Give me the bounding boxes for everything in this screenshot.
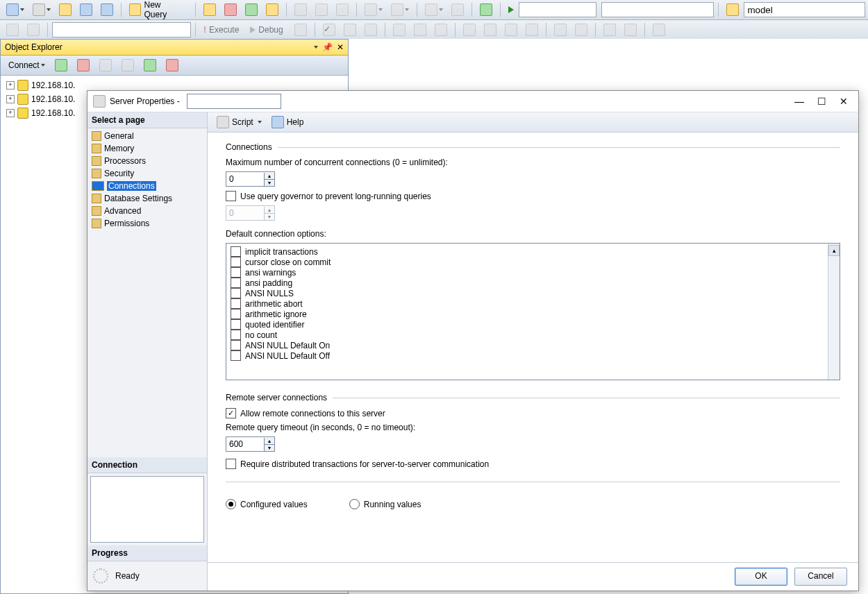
page-item-general[interactable]: General	[90, 130, 204, 142]
tb-doc1[interactable]	[200, 0, 219, 19]
page-item-database-settings[interactable]: Database Settings	[90, 192, 204, 205]
option-checkbox[interactable]	[231, 340, 241, 350]
expander-icon[interactable]: +	[6, 109, 15, 117]
option-checkbox[interactable]	[231, 278, 241, 288]
option-checkbox[interactable]	[231, 350, 241, 361]
listbox-scrollbar[interactable]: ▴	[828, 244, 840, 380]
option-row[interactable]: quoted identifier	[231, 319, 835, 330]
page-item-memory[interactable]: Memory	[90, 142, 204, 155]
minimize-button[interactable]: —	[790, 94, 808, 109]
config-combo[interactable]	[601, 2, 714, 17]
allow-remote-checkbox[interactable]: ✓	[226, 408, 236, 418]
option-row[interactable]: ANSI NULL Default Off	[231, 350, 835, 361]
redo-icon[interactable]	[387, 0, 412, 19]
default-options-listbox[interactable]: implicit transactionscursor close on com…	[226, 243, 840, 380]
option-checkbox[interactable]	[231, 246, 241, 257]
uncomment-icon[interactable]	[481, 20, 500, 40]
option-checkbox[interactable]	[231, 309, 241, 319]
option-checkbox[interactable]	[231, 288, 241, 298]
option-row[interactable]: ANSI NULL Default On	[231, 340, 835, 350]
tb2-b[interactable]	[361, 20, 381, 40]
server-name-input[interactable]	[187, 94, 281, 109]
tb2-1[interactable]	[3, 20, 22, 40]
scroll-up-icon[interactable]: ▴	[828, 245, 840, 256]
page-item-security[interactable]: Security	[90, 167, 204, 180]
open-icon[interactable]	[56, 0, 75, 19]
max-connections-spinner[interactable]: ▲▼	[226, 171, 275, 187]
option-row[interactable]: ANSI NULLS	[231, 288, 835, 298]
results-grid-icon[interactable]	[390, 20, 409, 40]
tb2-c[interactable]	[501, 20, 521, 40]
maximize-button[interactable]: ☐	[812, 94, 831, 109]
cancel-button[interactable]: Cancel	[794, 568, 847, 586]
spin-down-icon[interactable]: ▼	[264, 179, 274, 186]
option-checkbox[interactable]	[231, 319, 241, 330]
tb2-2[interactable]	[24, 20, 43, 40]
option-row[interactable]: no count	[231, 330, 835, 340]
find-icon[interactable]	[723, 0, 742, 19]
option-checkbox[interactable]	[231, 330, 241, 340]
tb2-a[interactable]	[340, 20, 360, 40]
panel-dropdown-icon[interactable]	[314, 46, 318, 49]
option-row[interactable]: arithmetic ignore	[231, 309, 835, 319]
option-checkbox[interactable]	[231, 267, 241, 278]
configured-values-radio[interactable]	[226, 499, 236, 509]
solution-combo[interactable]	[519, 2, 596, 17]
results-file-icon[interactable]	[431, 20, 451, 40]
require-dt-checkbox[interactable]	[226, 459, 236, 469]
script-button[interactable]: Script	[213, 112, 265, 132]
new-query-button[interactable]: New Query	[126, 0, 191, 19]
option-checkbox[interactable]	[231, 257, 241, 267]
tb2-f[interactable]	[621, 20, 640, 40]
option-checkbox[interactable]	[231, 298, 241, 309]
oe-tb-2[interactable]	[74, 56, 93, 75]
ok-button[interactable]: OK	[735, 568, 787, 586]
filter-icon[interactable]	[118, 56, 137, 75]
page-item-processors[interactable]: Processors	[90, 155, 204, 167]
query-governor-checkbox[interactable]	[226, 191, 236, 201]
save-all-icon[interactable]	[97, 0, 117, 19]
refresh-icon[interactable]	[140, 56, 160, 75]
tb-doc2[interactable]	[221, 0, 240, 19]
spin-up-icon[interactable]: ▲	[264, 173, 274, 179]
debug-button[interactable]: Debug	[247, 20, 289, 40]
copy-icon[interactable]	[312, 0, 331, 19]
undo-icon[interactable]	[361, 0, 386, 19]
execute-button[interactable]: !Execute	[200, 20, 245, 40]
option-row[interactable]: ansi warnings	[231, 267, 835, 278]
page-item-connections[interactable]: Connections	[90, 180, 204, 192]
run-icon[interactable]	[505, 0, 517, 19]
option-row[interactable]: ansi padding	[231, 278, 835, 288]
max-connections-input[interactable]	[226, 173, 264, 185]
comment-icon[interactable]	[460, 20, 479, 40]
oe-tb-3[interactable]	[96, 56, 115, 75]
project-dropdown[interactable]	[3, 0, 28, 19]
page-item-permissions[interactable]: Permissions	[90, 217, 204, 230]
tb2-d[interactable]	[522, 20, 542, 40]
parse-icon[interactable]: ✓	[319, 20, 339, 40]
oe-tb-1[interactable]	[51, 56, 71, 75]
nav-icon-2[interactable]	[448, 0, 467, 19]
close-button[interactable]: ✕	[835, 94, 853, 109]
expander-icon[interactable]: +	[6, 95, 15, 103]
option-row[interactable]: implicit transactions	[231, 246, 835, 257]
db-combo[interactable]	[52, 22, 191, 37]
nav-icon[interactable]	[422, 0, 446, 19]
panel-pin-icon[interactable]: 📌	[322, 42, 333, 52]
save-icon[interactable]	[76, 0, 96, 19]
remote-timeout-spinner[interactable]: ▲▼	[226, 436, 275, 452]
connect-dropdown[interactable]: Connect	[5, 56, 49, 75]
results-text-icon[interactable]	[410, 20, 430, 40]
tb2-g[interactable]	[649, 20, 669, 40]
outdent-icon[interactable]	[571, 20, 591, 40]
search-input[interactable]	[744, 2, 865, 17]
tb-doc4[interactable]	[262, 0, 282, 19]
activity-icon[interactable]	[476, 0, 496, 19]
help-button[interactable]: Help	[268, 112, 310, 132]
tb-btn-2[interactable]	[29, 0, 54, 19]
tb2-e[interactable]	[600, 20, 619, 40]
option-row[interactable]: cursor close on commit	[231, 257, 835, 267]
remote-timeout-input[interactable]	[226, 438, 264, 450]
cut-icon[interactable]	[291, 0, 310, 19]
oe-tb-4[interactable]	[162, 56, 182, 75]
